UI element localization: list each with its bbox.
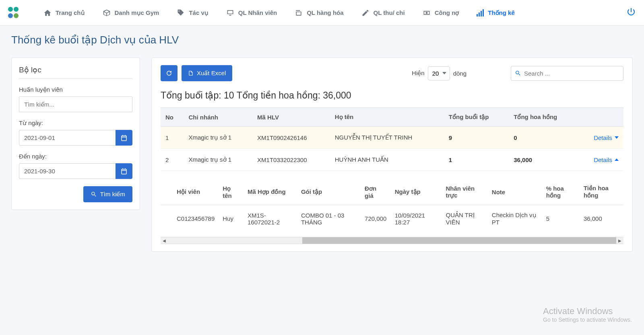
to-date-picker-button[interactable]: [116, 163, 132, 179]
horizontal-scrollbar[interactable]: ◀ ▶: [161, 237, 623, 244]
nav-finance[interactable]: QL thu/ chi: [354, 2, 412, 23]
dth-member: Hội viên: [173, 179, 219, 205]
box-icon: [103, 9, 111, 17]
trainer-label: Huấn luyện viên: [19, 86, 132, 93]
nav-goods[interactable]: QL hàng hóa: [287, 2, 351, 23]
main-panel: Xuất Excel Hiện 20 dòng Tổng buổi tập: 1…: [151, 58, 633, 252]
export-excel-button[interactable]: Xuất Excel: [182, 65, 232, 81]
dth-date: Ngày tập: [391, 179, 442, 205]
cell-name: NGUYỄN THỊ TUYẾT TRINH: [330, 127, 444, 149]
search-icon: [91, 191, 97, 197]
nav-stats[interactable]: Thống kê: [469, 2, 522, 23]
monitor-icon: [226, 9, 234, 17]
nav-label: QL hàng hóa: [307, 9, 343, 16]
home-icon: [43, 9, 52, 17]
power-button[interactable]: [626, 7, 636, 18]
nav-items: Trang chủ Danh mục Gym Tác vụ QL Nhân vi…: [36, 2, 618, 23]
scroll-thumb[interactable]: [302, 237, 616, 244]
nav-debt[interactable]: Công nợ: [415, 2, 466, 23]
navbar: Trang chủ Danh mục Gym Tác vụ QL Nhân vi…: [0, 0, 644, 26]
dth-staff: Nhân viên trực: [442, 179, 488, 205]
filter-panel: Bộ lọc Huấn luyện viên Từ ngày: Đến ngày…: [11, 58, 140, 210]
cell-branch: Xmagic trụ sở 1: [184, 149, 253, 171]
dcell-percent: 5: [542, 205, 580, 232]
content-area: Bộ lọc Huấn luyện viên Từ ngày: Đến ngày…: [0, 53, 644, 263]
nav-label: Trang chủ: [56, 9, 85, 16]
toolbar: Xuất Excel Hiện 20 dòng: [161, 65, 623, 81]
nav-staff[interactable]: QL Nhân viên: [219, 2, 284, 23]
th-name: Họ tên: [330, 108, 444, 127]
refresh-button[interactable]: [161, 65, 178, 81]
filter-search-button[interactable]: Tìm kiếm: [83, 186, 132, 202]
calendar-icon: [120, 168, 128, 175]
nav-home[interactable]: Trang chủ: [36, 2, 92, 23]
table-row: 2 Xmagic trụ sở 1 XM1T0332022300 HUỲNH A…: [161, 149, 623, 171]
edit-icon: [361, 9, 369, 17]
scroll-left-arrow[interactable]: ◀: [161, 237, 168, 244]
chart-icon: [477, 9, 484, 16]
dcell-staff: QUẢN TRỊ VIÊN: [442, 205, 488, 232]
details-toggle[interactable]: Details: [594, 156, 619, 163]
to-date-label: Đến ngày:: [19, 153, 132, 160]
money-icon: [423, 9, 431, 17]
search-btn-label: Tìm kiếm: [100, 191, 125, 198]
dth-contract: Mã Hợp đồng: [244, 179, 297, 205]
nav-label: Danh mục Gym: [115, 9, 159, 16]
chevron-up-icon: [615, 158, 619, 161]
dcell-amount: 36,000: [580, 205, 623, 232]
dcell-contract: XM1S-16072021-2: [244, 205, 297, 232]
cell-code: XM1T0902426146: [252, 127, 330, 149]
table-search-input[interactable]: [511, 66, 623, 81]
rows-select[interactable]: 20: [428, 66, 450, 80]
details-toggle[interactable]: Details: [594, 134, 619, 141]
nav-label: QL Nhân viên: [238, 9, 277, 16]
dth-percent: % hoa hồng: [542, 179, 580, 205]
cell-branch: Xmagic trụ sở 1: [184, 127, 253, 149]
cell-no: 1: [161, 127, 184, 149]
page-title: Thống kê buổi tập Dịch vụ của HLV: [0, 26, 644, 53]
dth-fullname: Họ tên: [219, 179, 244, 205]
dcell-date: 10/09/2021 18:27: [391, 205, 442, 232]
detail-row: C0123456789 Huy XM1S-16072021-2 COMBO 01…: [161, 205, 623, 232]
power-icon: [626, 7, 636, 17]
from-date-input[interactable]: [19, 130, 116, 146]
table-row: 1 Xmagic trụ sở 1 XM1T0902426146 NGUYỄN …: [161, 127, 623, 149]
cell-commission: 36,000: [509, 149, 578, 171]
file-icon: [188, 70, 194, 76]
tag-icon: [177, 9, 185, 17]
from-date-picker-button[interactable]: [116, 130, 132, 146]
dcell-fullname: Huy: [219, 205, 244, 232]
cell-sessions: 1: [444, 149, 509, 171]
cell-code: XM1T0332022300: [252, 149, 330, 171]
nav-label: Thống kê: [488, 9, 515, 16]
chevron-down-icon: [615, 136, 619, 139]
cell-no: 2: [161, 149, 184, 171]
nav-tasks[interactable]: Tác vụ: [169, 2, 215, 23]
dcell-package: COMBO 01 - 03 THÁNG: [297, 205, 361, 232]
th-sessions: Tổng buổi tập: [444, 108, 509, 127]
cell-commission: 0: [509, 127, 578, 149]
th-branch: Chi nhánh: [184, 108, 253, 127]
cell-name: HUỲNH ANH TUẤN: [330, 149, 444, 171]
dth-amount: Tiền hoa hồng: [580, 179, 623, 205]
rows-per-page: Hiện 20 dòng: [412, 66, 466, 80]
filter-title: Bộ lọc: [19, 65, 132, 79]
refresh-icon: [165, 70, 173, 77]
nav-gym[interactable]: Danh mục Gym: [95, 2, 167, 23]
to-date-input[interactable]: [19, 163, 116, 179]
goods-icon: [295, 9, 303, 17]
dth-package: Gói tập: [297, 179, 361, 205]
nav-label: QL thu/ chi: [374, 9, 405, 16]
th-code: Mã HLV: [252, 108, 330, 127]
calendar-icon: [120, 134, 128, 142]
logo: [8, 7, 20, 19]
dth-price: Đơn giá: [361, 179, 391, 205]
summary-text: Tổng buổi tập: 10 Tổng tiền hoa hồng: 36…: [161, 90, 623, 101]
nav-label: Công nợ: [435, 9, 459, 16]
scroll-right-arrow[interactable]: ▶: [616, 237, 623, 244]
trainer-input[interactable]: [19, 97, 132, 112]
dcell-price: 720,000: [361, 205, 391, 232]
dcell-note: Checkin Dịch vụ PT: [488, 205, 542, 232]
export-label: Xuất Excel: [197, 70, 226, 77]
main-table: No Chi nhánh Mã HLV Họ tên Tổng buổi tập…: [161, 107, 623, 171]
